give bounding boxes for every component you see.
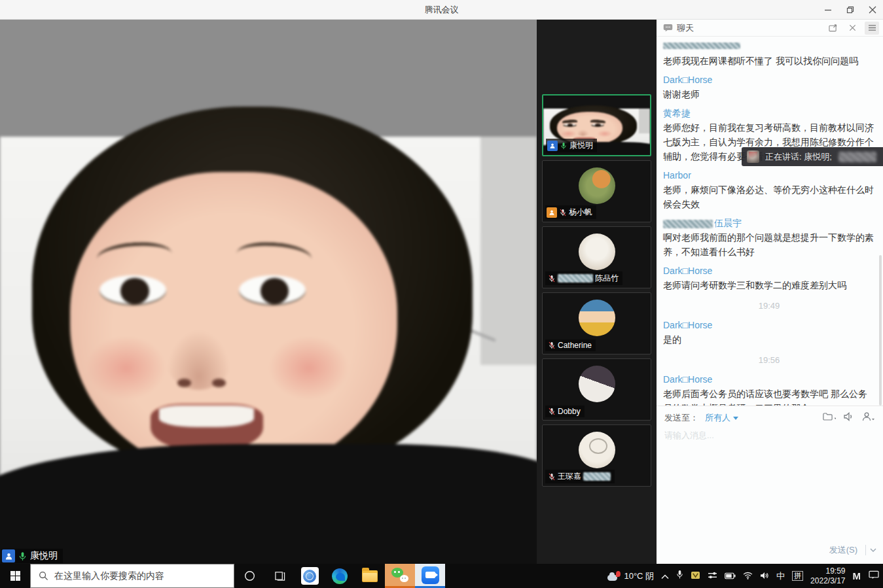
host-role-icon (547, 141, 558, 151)
chat-title: 聊天 (677, 22, 825, 34)
ime-mode-indicator[interactable]: 拼 (792, 571, 803, 581)
avatar-sketch (579, 432, 615, 468)
tray-toggles-icon[interactable] (708, 570, 717, 582)
mic-on-icon (560, 142, 568, 150)
participant-tile-catherine[interactable]: Catherine (542, 292, 651, 355)
cohost-role-icon (547, 207, 557, 218)
wechat-icon (391, 568, 408, 582)
taskbar-app-browser[interactable] (295, 564, 325, 588)
participant-name-badge: Dobby (545, 406, 585, 417)
taskbar-app-wechat[interactable] (385, 564, 415, 588)
titlebar: 腾讯会议 (0, 0, 883, 20)
mic-muted-icon (548, 341, 556, 349)
main-video[interactable]: 康悦明 (0, 20, 537, 564)
task-view-button[interactable] (264, 564, 295, 588)
mic-muted-icon (548, 275, 556, 283)
sound-icon[interactable] (844, 412, 854, 424)
host-role-icon (2, 549, 15, 562)
restore-button[interactable] (846, 6, 854, 14)
censored-text (558, 274, 593, 283)
participant-name-badge: Catherine (545, 339, 596, 351)
ime-language-indicator[interactable]: 中 (776, 570, 785, 582)
cortana-button[interactable] (234, 564, 264, 588)
mic-on-icon (18, 551, 27, 561)
chat-sender: 黄希捷 (663, 106, 875, 120)
search-placeholder: 在这里输入你要搜索的内容 (54, 570, 164, 582)
wifi-icon[interactable] (743, 570, 753, 582)
taskbar-app-edge[interactable] (325, 564, 355, 588)
windows-logo-icon (10, 571, 20, 581)
chat-panel: 聊天 老师我现在网课都听不懂了 我可以找你问问题吗 Dark□Horse 谢谢老… (657, 20, 883, 564)
participant-tile-chenpinzhu[interactable]: 陈品竹 (542, 226, 651, 288)
censored-text (838, 152, 876, 162)
send-button[interactable]: 发送(S) (825, 543, 861, 557)
system-tray: 10°C 阴 中 拼 19:59 2022/3/17 M (607, 564, 883, 588)
mic-muted-icon (559, 209, 567, 216)
divider (865, 545, 866, 555)
mic-muted-icon (548, 473, 556, 481)
participant-name-badge: 王琛嘉 (545, 470, 615, 483)
chat-timestamp: 19:56 (663, 353, 875, 368)
file-send-icon[interactable] (823, 412, 836, 424)
participant-name: 陈品竹 (595, 273, 619, 284)
chat-message: 老师后面考公务员的话应该也要考数学吧 那么公务员的数学大概是考研一二三里的那个 (663, 387, 875, 406)
close-chat-icon[interactable] (845, 22, 859, 35)
chat-message-list[interactable]: 老师我现在网课都听不懂了 我可以找你问问题吗 Dark□Horse 谢谢老师 黄… (657, 37, 883, 406)
toast-speaker-avatar (747, 150, 759, 163)
taskbar-app-meeting[interactable] (415, 564, 445, 588)
participant-name: 康悦明 (569, 140, 593, 151)
censored-text (583, 472, 611, 481)
chat-sender: Dark□Horse (663, 73, 875, 87)
im-tray-logo[interactable]: M (853, 570, 862, 581)
search-icon (39, 571, 48, 581)
send-options-chevron-icon[interactable] (870, 548, 876, 552)
speaker-video-feed (0, 20, 537, 564)
avatar-anime-pale (579, 233, 615, 270)
taskbar-app-explorer[interactable] (355, 564, 385, 588)
participant-name-badge: 康悦明 (546, 139, 597, 152)
participant-name: 王琛嘉 (558, 471, 581, 482)
participant-tile-dobby[interactable]: Dobby (542, 358, 651, 421)
cortana-icon (244, 570, 255, 581)
chat-timestamp: 19:49 (663, 299, 875, 313)
action-center-icon[interactable] (869, 570, 879, 582)
chat-message: 谢谢老师 (663, 87, 875, 101)
participant-name: 杨小帆 (569, 207, 592, 218)
participant-tile-kangyueming[interactable]: 康悦明 (542, 94, 651, 156)
battery-icon[interactable] (725, 570, 736, 582)
chat-input[interactable] (657, 426, 883, 444)
start-button[interactable] (0, 564, 30, 588)
participant-rail: 康悦明 杨小帆 陈品竹 (537, 20, 657, 564)
chat-sender: Dark□Horse (663, 318, 875, 332)
tray-expand-chevron-icon[interactable] (661, 570, 669, 582)
taskbar-clock[interactable]: 19:59 2022/3/17 (810, 566, 845, 586)
speaker-name-badge: 康悦明 (1, 549, 63, 563)
clock-date: 2022/3/17 (810, 576, 845, 586)
chat-bubble-icon (663, 24, 673, 32)
close-button[interactable] (869, 6, 876, 14)
speaking-toast: 正在讲话: 康悦明; (742, 147, 883, 166)
participant-tile-wangchenjia[interactable]: 王琛嘉 (542, 424, 651, 487)
member-select-icon[interactable] (862, 412, 875, 424)
browser-app-icon (301, 567, 319, 585)
chat-sender: 伍晨宇 (663, 216, 875, 230)
send-to-dropdown[interactable]: 所有人 (705, 412, 738, 424)
volume-icon[interactable] (760, 570, 769, 582)
speaker-name: 康悦明 (30, 550, 58, 562)
tray-mic-icon[interactable] (676, 570, 683, 582)
chat-message: 是的 (663, 332, 875, 347)
weather-widget[interactable]: 10°C 阴 (607, 570, 654, 582)
chat-message: 啊对老师我前面的那个问题就是想提升一下数学的素养，不知道看什么书好 (663, 230, 875, 259)
participant-name: Catherine (558, 341, 592, 350)
avatar-anime-darkhair (579, 366, 615, 402)
tray-app-icon[interactable] (691, 570, 700, 582)
participant-tile-yangxiaofan[interactable]: 杨小帆 (542, 160, 651, 222)
minimize-button[interactable] (824, 6, 832, 14)
chat-sender: Dark□Horse (663, 264, 875, 278)
censored-sender (663, 38, 875, 52)
chat-header: 聊天 (657, 20, 883, 37)
taskbar-search[interactable]: 在这里输入你要搜索的内容 (30, 564, 234, 588)
chat-scrollbar[interactable] (879, 255, 882, 406)
popout-icon[interactable] (825, 22, 840, 35)
chat-menu-icon[interactable] (865, 22, 879, 35)
